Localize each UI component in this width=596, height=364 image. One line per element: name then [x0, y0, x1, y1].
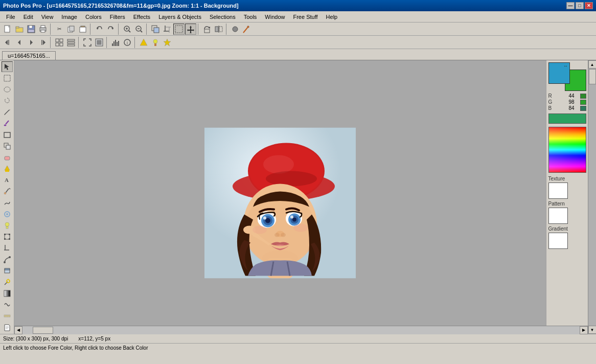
tool-note[interactable]: [2, 322, 13, 333]
menu-view[interactable]: View: [37, 13, 58, 21]
tool-rect-draw[interactable]: [2, 129, 13, 140]
copy-button[interactable]: [65, 24, 77, 35]
tool-eyedropper[interactable]: [2, 186, 13, 197]
flip-button[interactable]: [213, 24, 224, 35]
tool-crop-left[interactable]: [2, 243, 13, 254]
tool-select[interactable]: [2, 61, 13, 72]
tool-layer[interactable]: [2, 265, 13, 276]
menu-filters[interactable]: Filters: [106, 13, 129, 21]
tool-smudge[interactable]: [2, 197, 13, 208]
svg-rect-75: [5, 156, 10, 160]
cut-button[interactable]: ✂: [54, 24, 65, 35]
paste-button[interactable]: [77, 24, 88, 35]
save-button[interactable]: [26, 24, 37, 35]
red-bar[interactable]: [580, 94, 586, 99]
gradient-swatch[interactable]: [548, 233, 568, 249]
selection-tool-button[interactable]: [173, 24, 185, 35]
pattern-swatch[interactable]: [548, 208, 568, 224]
menu-edit[interactable]: Edit: [19, 13, 37, 21]
color-swatch[interactable]: [548, 113, 586, 124]
image-tab[interactable]: u=1664575165...: [2, 51, 56, 60]
fore-color[interactable]: ↔: [548, 62, 570, 84]
tool-brush[interactable]: [2, 118, 13, 129]
next-button[interactable]: [26, 37, 37, 48]
tool-fill[interactable]: [2, 164, 13, 174]
scroll-track-v[interactable]: [588, 69, 597, 326]
tool-pencil[interactable]: [2, 107, 13, 118]
menu-colors[interactable]: Colors: [81, 13, 106, 21]
scroll-thumb-h[interactable]: [33, 327, 53, 334]
tool-ruler[interactable]: [2, 311, 13, 322]
tool-transform[interactable]: [2, 232, 13, 242]
tool-path[interactable]: [2, 254, 13, 265]
canvas-area[interactable]: [14, 60, 546, 326]
scroll-track-h[interactable]: [22, 326, 580, 334]
fill-button[interactable]: [138, 37, 149, 48]
menu-window[interactable]: Window: [261, 13, 289, 21]
info-button[interactable]: i: [122, 37, 133, 48]
tool-dodge[interactable]: [2, 220, 13, 231]
grid-view-button[interactable]: [54, 37, 65, 48]
coordinates: x=112, y=5 px: [78, 336, 110, 342]
pattern-section: Pattern: [548, 201, 586, 224]
menu-file[interactable]: File: [2, 13, 19, 21]
spectrum-picker[interactable]: [548, 127, 586, 173]
redo-button[interactable]: [105, 24, 117, 35]
move-tool-active[interactable]: [185, 24, 196, 35]
tool-gradient[interactable]: [2, 288, 13, 299]
green-bar[interactable]: [580, 100, 586, 105]
tool-eraser[interactable]: [2, 152, 13, 163]
tool-ellipse-select[interactable]: [2, 84, 13, 95]
menu-image[interactable]: Image: [57, 13, 81, 21]
fullscreen-button[interactable]: [82, 37, 93, 48]
svg-rect-46: [56, 43, 59, 46]
tab-label: u=1664575165...: [8, 53, 50, 59]
crop-button[interactable]: [162, 24, 173, 35]
scroll-up-button[interactable]: ▲: [588, 60, 597, 69]
texture-swatch[interactable]: [548, 183, 568, 199]
menu-help[interactable]: Help: [322, 13, 342, 21]
menu-free-stuff[interactable]: Free Stuff: [289, 13, 322, 21]
tool-clone[interactable]: [2, 141, 13, 151]
blue-bar[interactable]: [580, 106, 586, 111]
eyedropper-button[interactable]: [150, 37, 161, 48]
vertical-scrollbar[interactable]: ▲ ▼: [588, 60, 596, 334]
svg-line-21: [141, 31, 142, 32]
new-button[interactable]: [2, 24, 13, 35]
color-picker-toolbar[interactable]: [241, 24, 253, 35]
minimize-button[interactable]: —: [566, 2, 575, 9]
tool-lasso[interactable]: [2, 96, 13, 106]
scroll-down-button[interactable]: ▼: [588, 326, 597, 334]
open-button[interactable]: [14, 24, 25, 35]
maximize-button[interactable]: □: [576, 2, 584, 9]
scroll-right-button[interactable]: ▶: [580, 326, 588, 334]
menu-tools[interactable]: Tools: [240, 13, 261, 21]
zoom-in-button[interactable]: [122, 24, 133, 35]
tool-text[interactable]: A: [2, 175, 13, 186]
rotate-button[interactable]: [201, 24, 213, 35]
tool-blur[interactable]: [2, 209, 13, 219]
brush-size-button[interactable]: [230, 24, 241, 35]
undo-button[interactable]: [94, 24, 105, 35]
menu-layers-objects[interactable]: Layers & Objects: [154, 13, 205, 21]
scroll-thumb-v[interactable]: [589, 69, 596, 84]
image-size-button[interactable]: [150, 24, 161, 35]
last-button[interactable]: [37, 37, 49, 48]
list-view-button[interactable]: [65, 37, 77, 48]
menu-selections[interactable]: Selections: [205, 13, 240, 21]
scroll-left-button[interactable]: ◀: [14, 326, 22, 334]
bg-color-button[interactable]: [94, 37, 105, 48]
menu-effects[interactable]: Effects: [129, 13, 154, 21]
favorite-button[interactable]: [162, 37, 173, 48]
tool-warp[interactable]: [2, 300, 13, 310]
zoom-out-button[interactable]: [133, 24, 145, 35]
prev-button[interactable]: [14, 37, 25, 48]
histogram-button[interactable]: [110, 37, 121, 48]
tool-magic-wand[interactable]: [2, 277, 13, 287]
first-frame-button[interactable]: [2, 37, 13, 48]
close-button[interactable]: ✕: [585, 2, 593, 9]
tool-rect-select[interactable]: [2, 73, 13, 83]
horizontal-scrollbar[interactable]: ◀ ▶: [14, 326, 588, 334]
swap-colors-icon[interactable]: ↔: [562, 63, 569, 69]
print-button[interactable]: [37, 24, 49, 35]
